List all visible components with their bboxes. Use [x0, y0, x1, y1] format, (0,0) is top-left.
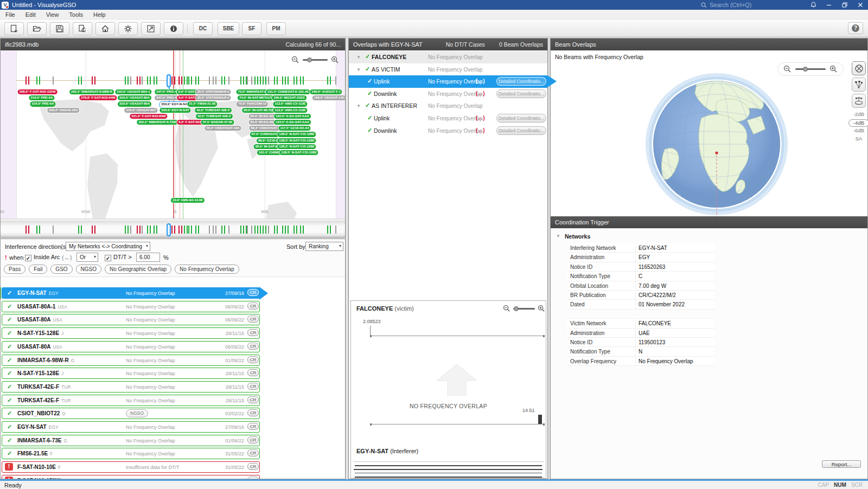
cr-badge[interactable]: CR: [247, 409, 259, 416]
gain-label-sa[interactable]: SA: [848, 136, 868, 141]
notifications-bell-icon[interactable]: [806, 0, 821, 10]
expander-icon[interactable]: ▼: [356, 55, 361, 60]
menu-help[interactable]: Help: [93, 11, 106, 18]
cr-badge[interactable]: CR: [247, 316, 259, 323]
satellite-marker[interactable]: [293, 76, 297, 85]
satellite-marker[interactable]: [147, 226, 151, 234]
list-item[interactable]: ✓N-SAT-Y15-128EJNo Frequency Overlap28/1…: [2, 327, 260, 339]
list-item[interactable]: ✓FMS6-21.5EFNo Frequency Overlap31/05/22…: [2, 448, 260, 459]
satellite-marker[interactable]: [188, 226, 192, 234]
sort-dropdown[interactable]: Ranking▾: [305, 242, 343, 251]
satellite-marker[interactable]: [125, 76, 129, 85]
new-document-button[interactable]: [4, 22, 24, 35]
satellite-marker[interactable]: [137, 76, 141, 85]
cr-badge[interactable]: CR: [247, 343, 259, 350]
menu-edit[interactable]: Edit: [25, 11, 36, 18]
satellite-marker[interactable]: [327, 226, 331, 234]
zoom-in-icon[interactable]: [538, 305, 545, 312]
satellite-marker[interactable]: [213, 76, 214, 85]
satellite-marker[interactable]: [130, 226, 131, 234]
filter-pill-pass[interactable]: Pass: [4, 265, 25, 274]
beam-links-view-button[interactable]: [852, 78, 866, 92]
detailed-coordination-button[interactable]: Detailed Coordinatio...: [496, 114, 546, 123]
satellite-marker[interactable]: [154, 76, 157, 85]
satellite-marker[interactable]: [221, 76, 225, 85]
satellite-marker[interactable]: [209, 76, 210, 85]
satellite-marker[interactable]: [137, 226, 141, 234]
satellite-marker[interactable]: [300, 76, 304, 85]
list-item[interactable]: ✓EGY-N-SATEGYNo Frequency Overlap27/09/1…: [2, 287, 260, 299]
toolbar-button-sf[interactable]: SF: [242, 22, 261, 35]
menu-file[interactable]: File: [5, 11, 15, 18]
satellite-marker[interactable]: [184, 226, 188, 234]
zoom-in-icon[interactable]: [829, 65, 838, 73]
satellite-marker[interactable]: [171, 76, 175, 85]
home-button[interactable]: [95, 22, 115, 35]
satellite-marker[interactable]: [247, 226, 248, 234]
selected-satellite-marker[interactable]: [167, 74, 171, 87]
search-box[interactable]: Search (Ctrl+Q): [701, 0, 751, 10]
list-item[interactable]: ✓N-SAT-Y15-128EJNo Frequency Overlap28/1…: [2, 368, 260, 379]
satellite-marker[interactable]: [130, 76, 131, 85]
satellite-marker[interactable]: [215, 226, 216, 234]
tree-row-downlink[interactable]: ✓DownlinkNo Frequency Overlap(↔)Detailed…: [349, 88, 547, 100]
dtt-threshold-input[interactable]: 6.00: [136, 253, 160, 262]
zoom-slider[interactable]: [795, 68, 826, 70]
filter-pill-no-frequency-overlap[interactable]: No Frequency Overlap: [175, 265, 239, 274]
zoom-out-icon[interactable]: [503, 305, 510, 312]
tree-row-uplink[interactable]: ✓UplinkNo Frequency Overlap(↔)Detailed C…: [349, 112, 547, 125]
satellite-marker[interactable]: [243, 76, 247, 85]
list-item[interactable]: !F-SAT-N10-152WFInsufficient data for DT…: [2, 475, 260, 479]
list-item[interactable]: ✓CSIOT_NBIOT22DNGSO03/02/22CR: [2, 408, 260, 419]
cr-badge[interactable]: CR: [247, 463, 259, 470]
satellite-marker[interactable]: [209, 226, 210, 234]
toolbar-button-dc[interactable]: DC: [193, 22, 213, 35]
satellite-marker[interactable]: [195, 226, 199, 234]
satellite-marker[interactable]: [247, 76, 248, 85]
zoom-out-icon[interactable]: [291, 56, 299, 64]
arc-overview-strip[interactable]: [1, 222, 345, 237]
satellite-marker[interactable]: [221, 226, 225, 234]
save-button[interactable]: [50, 22, 69, 35]
satellite-marker[interactable]: [78, 226, 82, 234]
satellite-marker[interactable]: [125, 226, 129, 234]
satellite-marker[interactable]: [178, 76, 182, 85]
satellite-marker[interactable]: [300, 226, 304, 234]
cr-badge[interactable]: CR: [247, 303, 259, 310]
hide-beams-button[interactable]: [852, 61, 866, 75]
settings-gear-button[interactable]: [118, 22, 138, 35]
satellite-marker[interactable]: [251, 226, 252, 234]
filter-pill-fail[interactable]: Fail: [29, 265, 47, 274]
satellite-marker[interactable]: [92, 226, 95, 234]
satellite-marker[interactable]: [142, 76, 143, 85]
satellite-marker[interactable]: [293, 226, 297, 234]
satellite-marker[interactable]: [335, 226, 336, 234]
satellite-marker[interactable]: [327, 76, 331, 85]
filter-pill-gso[interactable]: GSO: [50, 265, 72, 274]
satellite-marker[interactable]: [92, 76, 95, 85]
list-item[interactable]: ✓EGY-N-SATEGYNo Frequency Overlap27/09/1…: [2, 421, 260, 433]
toolbar-button-sbe[interactable]: SBE: [218, 22, 239, 35]
satellite-marker[interactable]: [228, 76, 229, 85]
restore-button[interactable]: [837, 0, 852, 10]
zoom-slider[interactable]: [513, 308, 535, 310]
satellite-marker[interactable]: [268, 226, 269, 234]
cr-badge[interactable]: CR: [247, 329, 259, 336]
satellite-marker[interactable]: [36, 76, 40, 85]
detailed-coordination-button[interactable]: Detailed Coordinatio...: [496, 126, 546, 135]
expander-icon[interactable]: ▼: [356, 67, 361, 72]
satellite-marker[interactable]: [243, 226, 247, 234]
cr-badge[interactable]: CR: [247, 289, 259, 296]
selected-satellite-marker[interactable]: [167, 223, 171, 236]
satellite-marker[interactable]: [228, 226, 229, 234]
expander-icon[interactable]: ▼: [356, 104, 361, 108]
satellite-marker[interactable]: [142, 226, 143, 234]
satellite-marker[interactable]: [171, 226, 175, 234]
satellite-marker[interactable]: [25, 76, 29, 85]
cr-badge[interactable]: CR: [247, 423, 259, 430]
satellite-marker[interactable]: [251, 76, 252, 85]
gain-label--6db[interactable]: -6dB: [848, 127, 868, 133]
satellite-marker[interactable]: [188, 76, 192, 85]
list-item[interactable]: ✓INMARSAT-6-98W-RGNo Frequency Overlap01…: [2, 355, 260, 366]
or-dropdown[interactable]: Or▾: [76, 253, 98, 262]
